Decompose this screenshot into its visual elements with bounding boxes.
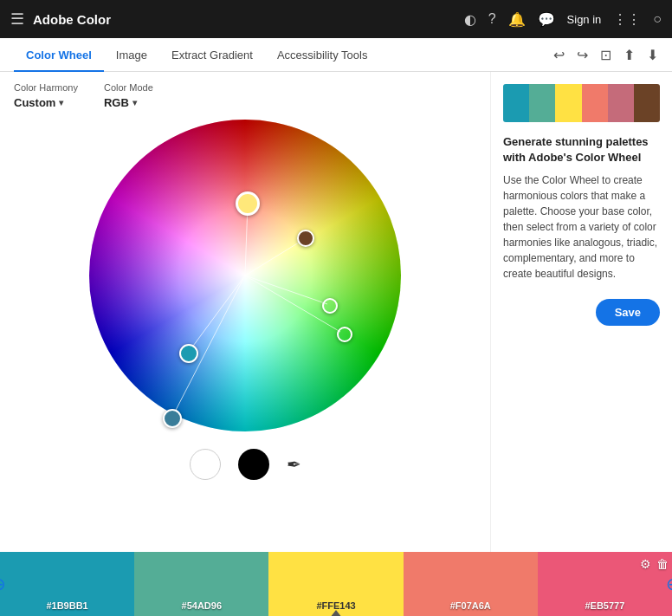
- fullscreen-icon[interactable]: ⊡: [600, 47, 611, 63]
- hex-1: #1B9BB1: [46, 600, 87, 611]
- hamburger-icon[interactable]: ☰: [10, 10, 24, 29]
- mode-value: RGB: [104, 96, 129, 109]
- download-icon[interactable]: ⬇: [647, 47, 658, 63]
- main-content: Color Harmony Custom ▾ Color Mode RGB ▾: [0, 72, 672, 611]
- eyedropper-icon[interactable]: ✒: [287, 454, 301, 475]
- strip-color-4: [582, 84, 608, 122]
- palette-strip: [503, 84, 660, 122]
- tab-accessibility-tools[interactable]: Accessibility Tools: [265, 38, 380, 72]
- color-wheel[interactable]: [89, 120, 401, 431]
- tab-image[interactable]: Image: [104, 38, 159, 72]
- palette-slot-3[interactable]: #FFE143: [268, 552, 403, 616]
- palette-slot-2[interactable]: #54AD96: [134, 552, 268, 616]
- color-wheel-container[interactable]: [89, 120, 401, 431]
- strip-color-2: [529, 84, 555, 122]
- slot-5-icons: ⚙ 🗑: [640, 557, 669, 571]
- left-panel: Color Harmony Custom ▾ Color Mode RGB ▾: [0, 72, 490, 611]
- hex-2: #54AD96: [182, 600, 222, 611]
- palette-slot-1[interactable]: #1B9BB1 ⊕: [0, 552, 134, 616]
- app-title: Adobe Color: [33, 12, 456, 27]
- handle-blue[interactable]: [163, 409, 182, 428]
- hex-4: #F07A6A: [450, 600, 491, 611]
- strip-color-5: [608, 84, 634, 122]
- active-indicator: [330, 610, 342, 616]
- mode-label: Color Mode: [104, 82, 153, 93]
- palette-slot-5[interactable]: ⚙ 🗑 #EB5777 ⊕: [538, 552, 672, 616]
- promo-title: Generate stunning palettes with Adobe's …: [503, 134, 660, 165]
- harmony-row: Color Harmony Custom ▾ Color Mode RGB ▾: [14, 82, 476, 109]
- add-right-5[interactable]: ⊕: [666, 574, 672, 594]
- tab-extract-gradient[interactable]: Extract Gradient: [159, 38, 265, 72]
- white-circle[interactable]: [190, 449, 221, 480]
- redo-icon[interactable]: ↪: [577, 47, 588, 63]
- palette-slot-4[interactable]: #F07A6A: [404, 552, 538, 616]
- handle-pink2[interactable]: [337, 327, 352, 342]
- hex-5: #EB5777: [585, 600, 624, 611]
- notification-icon[interactable]: 🔔: [508, 11, 526, 28]
- handle-teal[interactable]: [179, 344, 198, 363]
- handle-pink1[interactable]: [322, 298, 338, 314]
- topnav: ☰ Adobe Color ◐ ? 🔔 💬 Sign in ⋮⋮ ○: [0, 0, 672, 38]
- harmony-dropdown-arrow: ▾: [59, 98, 63, 107]
- bottom-palette: #1B9BB1 ⊕ #54AD96 #FFE143 #F07A6A ⚙ 🗑 #E…: [0, 552, 672, 616]
- mode-group: Color Mode RGB ▾: [104, 82, 153, 109]
- right-panel: Generate stunning palettes with Adobe's …: [490, 72, 672, 611]
- share-icon[interactable]: ⬆: [624, 47, 635, 63]
- add-left-1[interactable]: ⊕: [0, 574, 6, 594]
- harmony-label: Color Harmony: [14, 82, 78, 93]
- promo-text: Use the Color Wheel to create harmonious…: [503, 172, 660, 282]
- strip-color-3: [555, 84, 581, 122]
- harmony-value: Custom: [14, 96, 55, 109]
- signin-button[interactable]: Sign in: [567, 13, 602, 26]
- strip-color-1: [503, 84, 529, 122]
- tab-color-wheel[interactable]: Color Wheel: [14, 38, 104, 72]
- strip-color-6: [634, 84, 660, 122]
- handle-brown[interactable]: [297, 230, 314, 247]
- theme-icon[interactable]: ◐: [464, 11, 476, 28]
- bottom-tools: ✒: [190, 449, 301, 480]
- save-button[interactable]: Save: [596, 299, 660, 326]
- profile-icon[interactable]: ○: [653, 11, 662, 27]
- harmony-select[interactable]: Custom ▾: [14, 96, 78, 109]
- delete-icon-5[interactable]: 🗑: [656, 557, 669, 571]
- tabs: Color Wheel Image Extract Gradient Acces…: [0, 38, 672, 72]
- mode-dropdown-arrow: ▾: [132, 98, 137, 107]
- mode-select[interactable]: RGB ▾: [104, 96, 153, 109]
- tab-right-icons: ↩ ↪ ⊡ ⬆ ⬇: [553, 47, 658, 63]
- chat-icon[interactable]: 💬: [538, 11, 555, 28]
- help-icon[interactable]: ?: [488, 11, 496, 27]
- harmony-group: Color Harmony Custom ▾: [14, 82, 78, 109]
- topnav-icons: ◐ ? 🔔 💬 Sign in ⋮⋮ ○: [464, 11, 662, 28]
- handle-yellow[interactable]: [236, 191, 260, 216]
- settings-icon-5[interactable]: ⚙: [640, 557, 651, 571]
- undo-icon[interactable]: ↩: [553, 47, 565, 63]
- apps-icon[interactable]: ⋮⋮: [613, 11, 641, 28]
- black-circle[interactable]: [238, 449, 269, 480]
